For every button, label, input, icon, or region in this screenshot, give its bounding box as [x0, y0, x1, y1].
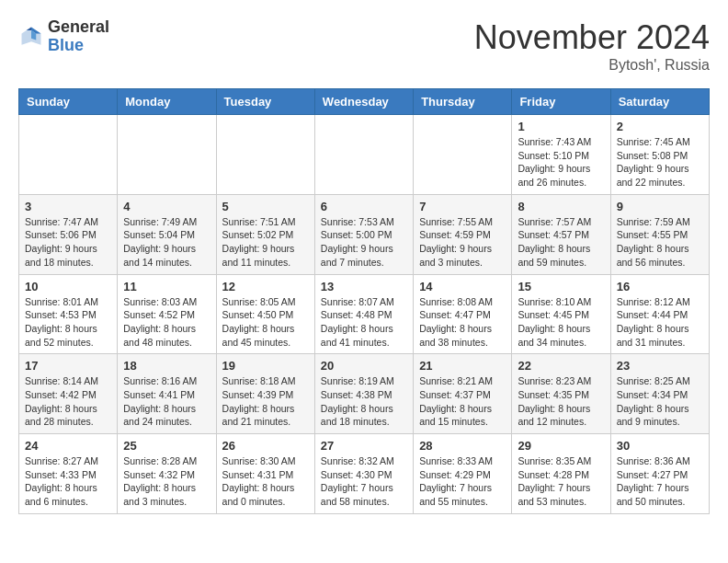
day-info: Sunrise: 8:08 AM Sunset: 4:47 PM Dayligh… [419, 295, 506, 350]
day-number: 26 [222, 439, 309, 453]
day-number: 3 [25, 200, 111, 213]
calendar-cell: 8Sunrise: 7:57 AM Sunset: 4:57 PM Daylig… [512, 194, 610, 274]
calendar-cell: 24Sunrise: 8:27 AM Sunset: 4:33 PM Dayli… [19, 434, 118, 514]
day-number: 25 [123, 439, 210, 453]
calendar-cell [314, 115, 413, 195]
day-number: 19 [222, 359, 309, 373]
day-number: 30 [617, 439, 703, 453]
day-info: Sunrise: 7:55 AM Sunset: 4:59 PM Dayligh… [419, 215, 506, 270]
calendar-cell: 2Sunrise: 7:45 AM Sunset: 5:08 PM Daylig… [610, 115, 709, 195]
day-info: Sunrise: 8:01 AM Sunset: 4:53 PM Dayligh… [25, 295, 111, 350]
day-info: Sunrise: 8:33 AM Sunset: 4:29 PM Dayligh… [419, 454, 506, 509]
day-number: 6 [321, 200, 407, 213]
day-number: 1 [518, 120, 604, 133]
calendar-cell [414, 115, 512, 195]
day-number: 28 [419, 439, 506, 453]
day-info: Sunrise: 7:57 AM Sunset: 4:57 PM Dayligh… [518, 215, 604, 270]
day-number: 14 [419, 280, 506, 293]
day-of-week-header: Tuesday [216, 89, 314, 115]
calendar-cell: 18Sunrise: 8:16 AM Sunset: 4:41 PM Dayli… [118, 354, 216, 434]
day-of-week-header: Thursday [414, 89, 512, 115]
day-info: Sunrise: 8:23 AM Sunset: 4:35 PM Dayligh… [518, 374, 604, 429]
day-of-week-header: Saturday [610, 89, 709, 115]
calendar-cell: 5Sunrise: 7:51 AM Sunset: 5:02 PM Daylig… [216, 194, 314, 274]
calendar-cell [118, 115, 216, 195]
calendar-cell: 30Sunrise: 8:36 AM Sunset: 4:27 PM Dayli… [610, 434, 709, 514]
day-info: Sunrise: 7:43 AM Sunset: 5:10 PM Dayligh… [518, 135, 604, 190]
logo-general-text: General [48, 18, 109, 37]
calendar-cell: 19Sunrise: 8:18 AM Sunset: 4:39 PM Dayli… [216, 354, 314, 434]
day-info: Sunrise: 7:49 AM Sunset: 5:04 PM Dayligh… [123, 215, 210, 270]
day-info: Sunrise: 8:03 AM Sunset: 4:52 PM Dayligh… [123, 295, 210, 350]
day-info: Sunrise: 8:19 AM Sunset: 4:38 PM Dayligh… [321, 374, 407, 429]
day-number: 27 [321, 439, 407, 453]
day-info: Sunrise: 8:25 AM Sunset: 4:34 PM Dayligh… [617, 374, 703, 429]
day-info: Sunrise: 8:32 AM Sunset: 4:30 PM Dayligh… [321, 454, 407, 509]
day-number: 17 [25, 359, 111, 373]
day-info: Sunrise: 8:16 AM Sunset: 4:41 PM Dayligh… [123, 374, 210, 429]
calendar-table: SundayMondayTuesdayWednesdayThursdayFrid… [18, 88, 710, 514]
day-of-week-header: Monday [118, 89, 216, 115]
day-info: Sunrise: 8:07 AM Sunset: 4:48 PM Dayligh… [321, 295, 407, 350]
logo: General Blue [18, 18, 109, 55]
calendar-cell: 16Sunrise: 8:12 AM Sunset: 4:44 PM Dayli… [610, 274, 709, 354]
day-info: Sunrise: 8:28 AM Sunset: 4:32 PM Dayligh… [123, 454, 210, 509]
day-number: 8 [518, 200, 604, 213]
title-block: November 2024 Bytosh', Russia [474, 18, 710, 74]
day-number: 12 [222, 280, 309, 293]
calendar-week-row: 17Sunrise: 8:14 AM Sunset: 4:42 PM Dayli… [19, 354, 710, 434]
day-number: 16 [617, 280, 703, 293]
logo-blue-text: Blue [48, 37, 109, 55]
calendar-cell: 17Sunrise: 8:14 AM Sunset: 4:42 PM Dayli… [19, 354, 118, 434]
day-number: 22 [518, 359, 604, 373]
day-number: 11 [123, 280, 210, 293]
day-info: Sunrise: 8:27 AM Sunset: 4:33 PM Dayligh… [25, 454, 111, 509]
calendar-cell: 3Sunrise: 7:47 AM Sunset: 5:06 PM Daylig… [19, 194, 118, 274]
day-info: Sunrise: 8:36 AM Sunset: 4:27 PM Dayligh… [617, 454, 703, 509]
month-title: November 2024 [474, 18, 710, 57]
day-info: Sunrise: 8:18 AM Sunset: 4:39 PM Dayligh… [222, 374, 309, 429]
calendar-week-row: 10Sunrise: 8:01 AM Sunset: 4:53 PM Dayli… [19, 274, 710, 354]
calendar-cell: 15Sunrise: 8:10 AM Sunset: 4:45 PM Dayli… [512, 274, 610, 354]
calendar-cell: 7Sunrise: 7:55 AM Sunset: 4:59 PM Daylig… [414, 194, 512, 274]
day-info: Sunrise: 7:59 AM Sunset: 4:55 PM Dayligh… [617, 215, 703, 270]
calendar-week-row: 24Sunrise: 8:27 AM Sunset: 4:33 PM Dayli… [19, 434, 710, 514]
calendar-cell: 12Sunrise: 8:05 AM Sunset: 4:50 PM Dayli… [216, 274, 314, 354]
day-info: Sunrise: 8:14 AM Sunset: 4:42 PM Dayligh… [25, 374, 111, 429]
calendar-header-row: SundayMondayTuesdayWednesdayThursdayFrid… [19, 89, 710, 115]
calendar-cell: 11Sunrise: 8:03 AM Sunset: 4:52 PM Dayli… [118, 274, 216, 354]
day-info: Sunrise: 8:10 AM Sunset: 4:45 PM Dayligh… [518, 295, 604, 350]
calendar-cell: 13Sunrise: 8:07 AM Sunset: 4:48 PM Dayli… [314, 274, 413, 354]
logo-text: General Blue [48, 18, 109, 55]
day-of-week-header: Wednesday [314, 89, 413, 115]
location-subtitle: Bytosh', Russia [474, 57, 710, 74]
day-number: 13 [321, 280, 407, 293]
day-info: Sunrise: 8:21 AM Sunset: 4:37 PM Dayligh… [419, 374, 506, 429]
day-number: 7 [419, 200, 506, 213]
day-of-week-header: Friday [512, 89, 610, 115]
calendar-cell: 20Sunrise: 8:19 AM Sunset: 4:38 PM Dayli… [314, 354, 413, 434]
day-info: Sunrise: 8:05 AM Sunset: 4:50 PM Dayligh… [222, 295, 309, 350]
calendar-cell: 9Sunrise: 7:59 AM Sunset: 4:55 PM Daylig… [610, 194, 709, 274]
calendar-cell: 23Sunrise: 8:25 AM Sunset: 4:34 PM Dayli… [610, 354, 709, 434]
day-number: 21 [419, 359, 506, 373]
day-number: 10 [25, 280, 111, 293]
page-header: General Blue November 2024 Bytosh', Russ… [18, 18, 710, 74]
calendar-cell [216, 115, 314, 195]
day-number: 9 [617, 200, 703, 213]
day-number: 18 [123, 359, 210, 373]
day-number: 20 [321, 359, 407, 373]
day-number: 2 [617, 120, 703, 133]
day-of-week-header: Sunday [19, 89, 118, 115]
calendar-cell: 29Sunrise: 8:35 AM Sunset: 4:28 PM Dayli… [512, 434, 610, 514]
calendar-cell [19, 115, 118, 195]
day-number: 15 [518, 280, 604, 293]
calendar-cell: 22Sunrise: 8:23 AM Sunset: 4:35 PM Dayli… [512, 354, 610, 434]
calendar-cell: 14Sunrise: 8:08 AM Sunset: 4:47 PM Dayli… [414, 274, 512, 354]
calendar-cell: 28Sunrise: 8:33 AM Sunset: 4:29 PM Dayli… [414, 434, 512, 514]
day-info: Sunrise: 8:30 AM Sunset: 4:31 PM Dayligh… [222, 454, 309, 509]
calendar-cell: 27Sunrise: 8:32 AM Sunset: 4:30 PM Dayli… [314, 434, 413, 514]
day-info: Sunrise: 7:47 AM Sunset: 5:06 PM Dayligh… [25, 215, 111, 270]
calendar-cell: 10Sunrise: 8:01 AM Sunset: 4:53 PM Dayli… [19, 274, 118, 354]
day-info: Sunrise: 8:12 AM Sunset: 4:44 PM Dayligh… [617, 295, 703, 350]
